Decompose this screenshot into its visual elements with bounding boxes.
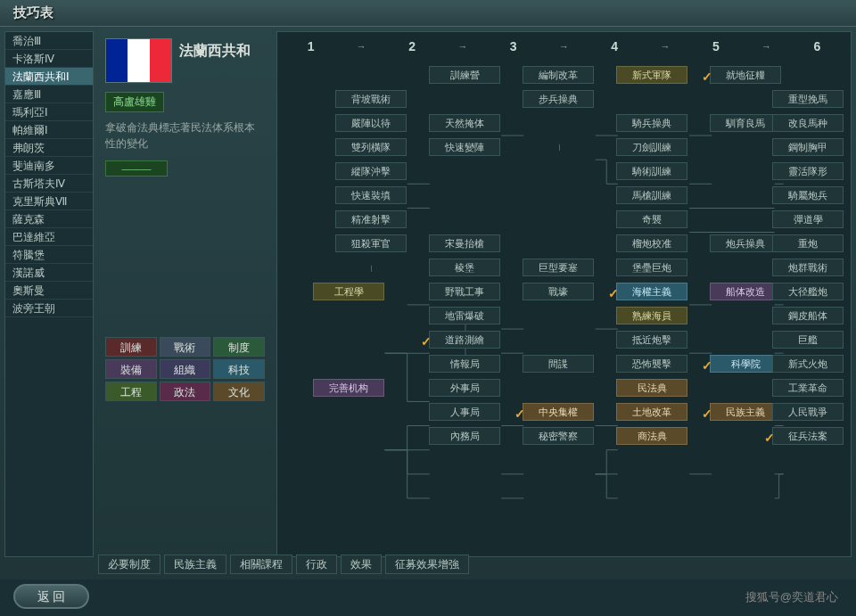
tech-node[interactable]: 中央集權✓ [523,403,594,421]
tech-node[interactable]: 野戰工事 [429,283,500,300]
tech-node[interactable]: 奇襲 [616,210,687,228]
sidebar-item[interactable]: 波旁王朝 [5,300,93,317]
tech-node[interactable]: 地雷爆破 [429,307,500,324]
tech-node[interactable]: 改良馬种 [772,114,844,132]
check-icon: ✓ [514,406,525,422]
category-button[interactable]: 制度 [213,337,265,357]
category-button[interactable]: 組織 [160,359,211,379]
tech-node[interactable]: 榴炮校准 [616,234,687,252]
sidebar-item[interactable]: 卡洛斯Ⅳ [5,50,93,68]
sidebar-item[interactable]: 薩克森 [5,210,93,228]
bb-label-effect: 效果 [341,554,382,574]
sidebar-item[interactable]: 奧斯曼 [5,282,93,300]
tech-node[interactable]: 科學院✓ [710,355,781,373]
tech-tree-panel: 1→2→3→4→5→6 訓練營編制改革新式軍隊就地征糧✓背坡戰術步兵操典重型挽馬… [276,31,852,557]
tech-node[interactable]: 民法典 [616,379,687,397]
category-button[interactable]: 工程 [105,382,157,401]
tech-node[interactable]: 商法典 [616,427,687,445]
tech-node[interactable]: 快速變陣 [429,138,500,156]
tech-node[interactable]: 靈活隊形 [772,162,844,180]
tech-node[interactable]: 訓練營 [429,66,500,84]
sidebar-item[interactable]: 瑪利亞Ⅰ [5,103,93,121]
tech-node[interactable]: 騎術訓練 [616,162,687,180]
tech-node[interactable]: 船体改造 [710,283,781,300]
category-button[interactable]: 戰術 [160,337,211,357]
tech-node[interactable]: 情報局 [429,355,500,373]
tech-node[interactable]: 編制改革 [523,66,594,84]
tech-node[interactable]: 工業革命 [772,379,844,397]
tech-node[interactable]: 騎兵操典 [616,114,687,132]
sidebar-item[interactable]: 斐迪南多 [5,157,93,175]
tech-node[interactable]: 工程學 [313,283,384,300]
sidebar-item[interactable]: 符騰堡 [5,246,93,264]
tech-node[interactable]: 炮兵操典 [710,234,781,252]
category-button[interactable]: 裝備 [105,359,157,379]
tech-node[interactable]: 堡壘巨炮 [616,259,687,276]
tech-node[interactable]: 外事局 [429,379,500,397]
tech-node[interactable]: 嚴陣以待 [335,114,407,132]
tech-node[interactable]: 棱堡 [429,259,500,276]
sidebar-item[interactable]: 漢諾威 [5,264,93,282]
column-headers: 1→2→3→4→5→6 [277,37,851,55]
tech-node[interactable]: 巨型要塞 [523,259,594,276]
tech-node[interactable]: 刀劍訓練 [616,138,687,156]
tech-node[interactable]: 民族主義✓ [710,403,781,421]
sidebar-item[interactable]: 法蘭西共和Ⅰ [5,68,93,86]
tech-node[interactable]: 馬槍訓練 [616,186,687,204]
tech-node[interactable]: 人事局 [429,403,500,421]
tech-node[interactable]: 道路測繪✓ [429,331,500,349]
tech-node[interactable]: 海權主義✓ [616,283,687,300]
tech-node[interactable]: 重炮 [772,234,844,252]
sidebar-item[interactable]: 弗朗茨 [5,139,93,157]
bb-label-req: 必要制度 [98,554,160,574]
tech-node[interactable]: 天然掩体 [429,114,500,132]
faction-flag [105,38,172,83]
tech-node[interactable]: 征兵法案✓ [772,427,844,445]
tech-node[interactable]: 戰壕 [523,283,594,300]
tech-node[interactable]: 就地征糧✓ [710,66,781,84]
tech-node[interactable]: 宋曼抬槍 [429,234,500,252]
tech-node[interactable]: 完善机构 [313,379,384,397]
tech-node[interactable]: 騎屬炮兵 [772,186,844,204]
tech-node[interactable]: 彈道學 [772,210,844,228]
tech-node[interactable]: 鋼皮船体 [772,307,844,324]
category-button[interactable]: 政法 [160,382,211,401]
tech-node[interactable]: 土地改革 [616,403,687,421]
tech-node[interactable]: 秘密警察 [523,427,594,445]
tech-node[interactable]: 雙列橫隊 [335,138,407,156]
tech-node[interactable]: 間諜 [523,355,594,373]
tech-node[interactable]: 熟練海員 [616,307,687,324]
tech-node[interactable]: 大径艦炮 [772,283,844,300]
tech-node[interactable]: 新式火炮 [772,355,844,373]
faction-panel: 法蘭西共和 高盧雄雞 拿破侖法典標志著民法体系根本性的變化 ——— 訓練戰術制度… [98,31,272,557]
check-icon: ✓ [702,357,712,374]
tech-node[interactable]: 鋼制胸甲 [772,138,844,156]
tech-node[interactable]: 抵近炮擊 [616,331,687,349]
sidebar-item[interactable]: 帕維爾Ⅰ [5,121,93,139]
tech-node[interactable]: 內務局 [429,427,500,445]
tech-node[interactable]: 步兵操典 [523,90,594,108]
sidebar-item[interactable]: 古斯塔夫Ⅳ [5,175,93,193]
tech-node[interactable]: 新式軍隊 [616,66,687,84]
sidebar-item[interactable]: 喬治Ⅲ [5,32,93,50]
tech-node[interactable]: 重型挽馬 [772,90,844,108]
sidebar-item[interactable]: 嘉應Ⅲ [5,86,93,103]
back-button[interactable]: 返 回 [13,584,89,609]
tech-node[interactable]: 人民戰爭 [772,403,844,421]
tech-node[interactable]: 縱隊沖擊 [335,162,407,180]
category-button[interactable]: 科技 [213,359,265,379]
tech-node[interactable]: 背坡戰術 [335,90,407,108]
category-button[interactable]: 訓練 [105,337,157,357]
tech-node[interactable]: 巨艦 [772,331,844,349]
category-button[interactable]: 文化 [213,382,265,401]
tech-node[interactable]: 恐怖襲擊 [616,355,687,373]
sidebar-item[interactable]: 克里斯典Ⅶ [5,193,93,210]
tech-node[interactable]: 精准射擊 [335,210,407,228]
tech-node[interactable]: 炮群戰術 [772,259,844,276]
column-number: 4 [611,39,618,53]
tech-node[interactable]: 快速裝填 [335,186,407,204]
tech-node[interactable]: 馴育良馬 [710,114,781,132]
tech-node[interactable]: 狙殺軍官 [335,234,407,252]
sidebar-item[interactable]: 巴達維亞 [5,228,93,246]
check-icon: ✓ [702,406,712,422]
